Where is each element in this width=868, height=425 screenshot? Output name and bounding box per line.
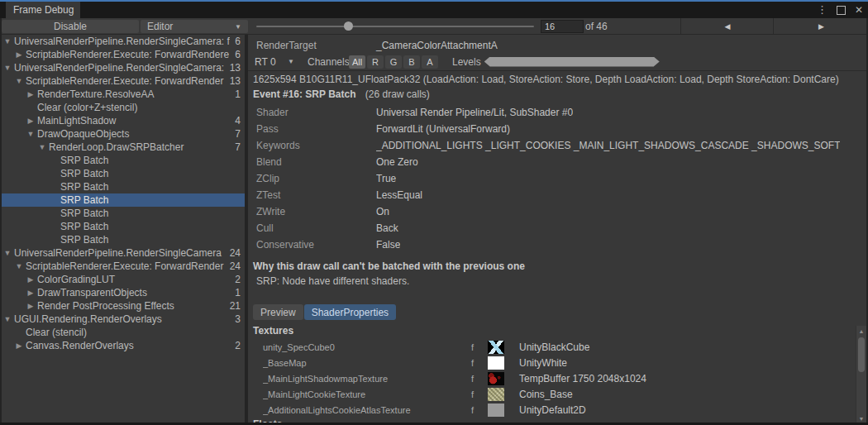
- foldout-expanded-icon[interactable]: [2, 64, 12, 72]
- close-icon[interactable]: ✕: [855, 2, 863, 18]
- window-tab[interactable]: Frame Debug: [6, 2, 80, 18]
- texture-asset-name: TempBuffer 1750 2048x1024: [519, 373, 646, 384]
- foldout-expanded-icon[interactable]: [14, 77, 24, 85]
- properties-scrollbar[interactable]: ▲ ▼: [856, 326, 866, 425]
- draw-count: 6: [235, 36, 241, 47]
- channel-all-button[interactable]: All: [349, 55, 365, 69]
- texture-row[interactable]: unity_SpecCube0 f UnityBlackCube: [248, 339, 856, 355]
- texture-thumbnail-shadowmap[interactable]: [488, 372, 504, 385]
- foldout-expanded-icon[interactable]: [14, 262, 24, 270]
- tree-item[interactable]: Clear (color+Z+stencil): [0, 101, 245, 114]
- tree-item-label: ScriptableRenderer.Execute: ForwardRende…: [26, 75, 225, 87]
- tree-item[interactable]: ScriptableRenderer.Execute: ForwardRende…: [0, 260, 245, 273]
- tree-item-label: SRP Batch: [60, 234, 236, 246]
- draw-count: 4: [235, 115, 241, 127]
- foldout-collapsed-icon[interactable]: [26, 90, 36, 98]
- texture-row[interactable]: _MainLightCookieTexture f Coins_Base: [248, 386, 856, 402]
- property-row: ConservativeFalse: [248, 236, 868, 253]
- tree-item[interactable]: SRP Batch: [0, 220, 245, 233]
- render-target-value: _CameraColorAttachmentA: [376, 40, 498, 51]
- foldout-expanded-icon[interactable]: [2, 315, 12, 323]
- tree-item[interactable]: UniversalRenderPipeline.RenderSingleCame…: [0, 246, 245, 260]
- texture-thumbnail-coins[interactable]: [488, 388, 504, 401]
- scroll-up-icon[interactable]: ▲: [856, 327, 866, 337]
- texture-row[interactable]: _BaseMap f UnityWhite: [248, 355, 856, 370]
- foldout-collapsed-icon[interactable]: [14, 341, 24, 350]
- channel-r-button[interactable]: R: [367, 55, 384, 69]
- texture-thumbnail-white[interactable]: [488, 356, 504, 370]
- property-value: True: [376, 173, 396, 184]
- tree-item[interactable]: Canvas.RenderOverlays2: [0, 339, 245, 352]
- channel-g-button[interactable]: G: [385, 55, 402, 69]
- foldout-collapsed-icon[interactable]: [26, 289, 36, 297]
- foldout-expanded-icon[interactable]: [26, 130, 36, 138]
- tree-item[interactable]: SRP Batch: [0, 180, 245, 193]
- property-label: ZTest: [256, 189, 376, 201]
- foldout-collapsed-icon[interactable]: [26, 117, 36, 125]
- property-label: Keywords: [256, 140, 376, 151]
- property-value: ForwardLit (UniversalForward): [376, 123, 510, 135]
- scrollbar-thumb[interactable]: [858, 337, 865, 372]
- property-row: PassForwardLit (UniversalForward): [248, 121, 868, 137]
- tree-item-label: ScriptableRenderer.Execute: ForwardRende…: [26, 260, 225, 272]
- tree-item[interactable]: UniversalRenderPipeline.RenderSingleCame…: [0, 61, 245, 74]
- property-label: ZClip: [256, 173, 376, 184]
- tree-item[interactable]: SRP Batch: [0, 167, 245, 180]
- tree-item[interactable]: RenderTexture.ResolveAA1: [0, 88, 245, 101]
- tree-item-label: Render PostProcessing Effects: [37, 300, 225, 312]
- event-tree: UniversalRenderPipeline.RenderSingleCame…: [0, 35, 245, 425]
- disable-button[interactable]: Disable: [2, 20, 139, 33]
- rt-dropdown[interactable]: RT 0 ▼: [251, 56, 298, 68]
- tree-item-label: UGUI.Rendering.RenderOverlays: [14, 313, 230, 325]
- tree-item[interactable]: UniversalRenderPipeline.RenderSingleCame…: [0, 35, 245, 48]
- property-row: CullBack: [248, 220, 868, 236]
- prev-event-button[interactable]: ◀: [680, 18, 774, 34]
- tree-item[interactable]: UGUI.Rendering.RenderOverlays3: [0, 313, 245, 326]
- foldout-expanded-icon[interactable]: [2, 249, 12, 257]
- tree-item[interactable]: MainLightShadow4: [0, 114, 245, 127]
- foldout-collapsed-icon[interactable]: [26, 275, 36, 284]
- tree-item[interactable]: SRP Batch: [0, 154, 245, 167]
- tab-shader-properties[interactable]: ShaderProperties: [304, 304, 396, 320]
- tree-item[interactable]: Clear (stencil): [0, 326, 245, 339]
- texture-row[interactable]: _AdditionalLightsCookieAtlasTexture f Un…: [248, 402, 856, 418]
- foldout-expanded-icon[interactable]: [37, 143, 47, 151]
- tree-item[interactable]: ColorGradingLUT2: [0, 273, 245, 286]
- tree-item[interactable]: DrawOpaqueObjects7: [0, 127, 245, 141]
- tree-item[interactable]: ScriptableRenderer.Execute: ForwardRende…: [0, 48, 245, 61]
- event-slider-track[interactable]: [256, 26, 534, 27]
- tree-item[interactable]: SRP Batch: [0, 233, 245, 246]
- texture-thumbnail-default2d[interactable]: [488, 404, 504, 417]
- levels-range-slider[interactable]: [484, 57, 660, 67]
- texture-thumbnail-blackcube[interactable]: [488, 341, 504, 354]
- channel-a-button[interactable]: A: [422, 55, 438, 69]
- draw-count: 1: [235, 287, 241, 298]
- texture-row[interactable]: _MainLightShadowmapTexture f TempBuffer …: [248, 370, 856, 386]
- shader-state-table: ShaderUniversal Render Pipeline/Lit, Sub…: [248, 104, 868, 253]
- rt-dropdown-label: RT 0: [255, 56, 276, 68]
- tree-item[interactable]: Render PostProcessing Effects21: [0, 299, 245, 313]
- tab-preview[interactable]: Preview: [253, 304, 303, 320]
- foldout-collapsed-icon[interactable]: [14, 50, 24, 59]
- draw-count: 13: [230, 62, 241, 74]
- next-event-button[interactable]: ▶: [773, 18, 868, 34]
- event-number-input[interactable]: [541, 20, 584, 33]
- maximize-icon[interactable]: [837, 6, 846, 15]
- draw-count: 2: [235, 274, 241, 285]
- foldout-expanded-icon[interactable]: [2, 37, 12, 45]
- menu-kebab-icon[interactable]: ⋮: [817, 2, 827, 18]
- right-arrow-icon: ▶: [818, 22, 824, 31]
- target-dropdown[interactable]: Editor ▼: [141, 20, 248, 33]
- draw-count: 24: [230, 260, 241, 272]
- tree-item[interactable]: DrawTransparentObjects1: [0, 286, 245, 299]
- tree-item-selected[interactable]: SRP Batch: [0, 193, 245, 207]
- tree-item[interactable]: ScriptableRenderer.Execute: ForwardRende…: [0, 74, 245, 88]
- foldout-collapsed-icon[interactable]: [26, 302, 36, 310]
- channel-b-button[interactable]: B: [403, 55, 420, 69]
- draw-count: 1: [235, 88, 241, 100]
- property-label: Cull: [256, 222, 376, 234]
- tree-item[interactable]: SRP Batch: [0, 207, 245, 220]
- tree-item[interactable]: RenderLoop.DrawSRPBatcher7: [0, 141, 245, 154]
- property-value: One Zero: [376, 156, 418, 168]
- event-slider-handle[interactable]: [344, 21, 353, 31]
